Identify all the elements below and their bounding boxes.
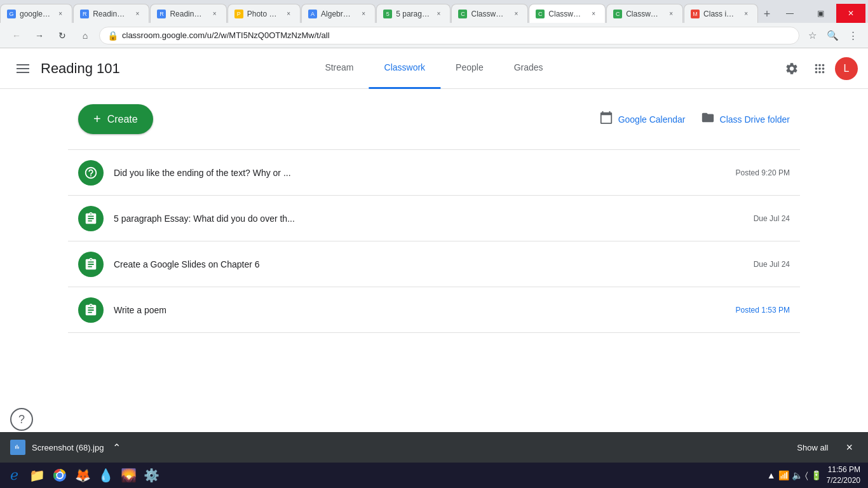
- tab-bar: G google cl... × R Reading 1... × R Read…: [0, 0, 868, 23]
- tab-label-google: google cl...: [20, 10, 51, 18]
- tab-favicon-algebra: A: [308, 10, 317, 18]
- tab-list: G google cl... × R Reading 1... × R Read…: [0, 4, 775, 23]
- tab-close-algebra[interactable]: ×: [358, 9, 369, 19]
- tab-close-classwork2[interactable]: ×: [588, 9, 599, 19]
- taskbar-chrome-icon[interactable]: [48, 464, 71, 487]
- header-right: L: [779, 56, 858, 81]
- time-block: 11:56 PM 7/22/2020: [827, 464, 860, 486]
- taskbar-firefox-icon[interactable]: 🦊: [71, 464, 94, 487]
- tab-para[interactable]: 5 5 paragra... ×: [376, 4, 451, 23]
- header-nav: Stream Classwork People Grades: [309, 48, 558, 89]
- nav-people[interactable]: People: [440, 48, 499, 89]
- tab-close-google[interactable]: ×: [55, 9, 65, 19]
- apps-button[interactable]: [807, 56, 832, 81]
- taskbar-settings-icon[interactable]: ⚙️: [140, 464, 163, 487]
- tab-close-gmail[interactable]: ×: [741, 9, 751, 19]
- close-button[interactable]: ✕: [836, 4, 865, 23]
- tab-close-classwork1[interactable]: ×: [511, 9, 521, 19]
- download-chevron-icon[interactable]: ⌃: [110, 439, 123, 456]
- question-icon-1: [78, 160, 104, 186]
- url-text: classroom.google.com/u/2/w/MTI5NzQ0OTMzN…: [122, 30, 330, 40]
- tab-label-classwork2: Classwork...: [548, 10, 585, 18]
- nav-grades[interactable]: Grades: [499, 48, 559, 89]
- tab-classwork2[interactable]: C Classwork... ×: [529, 4, 606, 23]
- create-button[interactable]: + Create: [78, 104, 153, 134]
- tab-label-gmail: Class invi...: [703, 10, 737, 18]
- tab-favicon-google: G: [7, 10, 16, 18]
- taskbar-water-icon[interactable]: 💧: [94, 464, 117, 487]
- minimize-button[interactable]: —: [775, 4, 804, 23]
- show-all-button[interactable]: Show all: [789, 438, 836, 458]
- taskbar: ℯ 📁 🦊 💧 🌄 ⚙️ ▲ 📶 🔈 〈 🔋 11:56 PM 7/22/202…: [0, 463, 868, 488]
- svg-rect-2: [17, 72, 29, 73]
- tray-battery-icon[interactable]: 🔋: [811, 470, 822, 480]
- address-bar: ← → ↻ ⌂ 🔒 classroom.google.com/u/2/w/MTI…: [0, 23, 868, 48]
- tab-label-classwork3: Classwork...: [626, 10, 662, 18]
- tab-close-reading2[interactable]: ×: [210, 9, 220, 19]
- taskbar-ie-icon[interactable]: ℯ: [3, 464, 25, 487]
- tab-label-photo: Photo Ed...: [247, 10, 280, 18]
- tray-up-arrow[interactable]: ▲: [767, 470, 776, 480]
- classwork-item-3[interactable]: Create a Google Slides on Chapter 6 Due …: [68, 241, 800, 287]
- tray-network-icon[interactable]: 📶: [778, 470, 789, 480]
- tab-algebra[interactable]: A Algebra p... ×: [301, 4, 376, 23]
- nav-grades-label: Grades: [514, 62, 543, 72]
- download-filename: Screenshot (68).jpg: [32, 443, 104, 452]
- avatar[interactable]: L: [835, 57, 858, 80]
- google-calendar-link[interactable]: Google Calendar: [599, 111, 686, 128]
- classwork-item-4[interactable]: Write a poem Posted 1:53 PM: [68, 287, 800, 333]
- taskbar-photo-icon[interactable]: 🌄: [117, 464, 140, 487]
- assignment-icon-3: [78, 252, 104, 277]
- system-tray: ▲ 📶 🔈 〈 🔋 11:56 PM 7/22/2020: [767, 464, 865, 486]
- search-icon[interactable]: 🔍: [825, 28, 840, 43]
- menu-icon[interactable]: ⋮: [845, 28, 860, 43]
- classwork-item-1[interactable]: Did you like the ending of the text? Why…: [68, 150, 800, 196]
- date-display: 7/22/2020: [827, 475, 860, 486]
- tab-close-photo[interactable]: ×: [283, 9, 294, 19]
- calendar-icon: [599, 111, 613, 128]
- help-label: ?: [18, 413, 25, 426]
- help-button[interactable]: ?: [10, 408, 33, 431]
- tab-favicon-photo: P: [234, 10, 243, 18]
- tray-wifi-icon[interactable]: 〈: [805, 470, 808, 481]
- tab-photo[interactable]: P Photo Ed... ×: [227, 4, 301, 23]
- back-button[interactable]: ←: [8, 27, 25, 44]
- url-bar[interactable]: 🔒 classroom.google.com/u/2/w/MTI5NzQ0OTM…: [99, 27, 799, 44]
- folder-icon: [701, 111, 715, 128]
- tab-close-para[interactable]: ×: [433, 9, 444, 19]
- class-drive-folder-link[interactable]: Class Drive folder: [701, 111, 790, 128]
- classwork-meta-3: Due Jul 24: [754, 260, 790, 269]
- hamburger-menu[interactable]: [10, 56, 36, 81]
- bookmark-star-icon[interactable]: ☆: [804, 28, 820, 43]
- restore-button[interactable]: ▣: [806, 4, 835, 23]
- tab-reading2[interactable]: R Reading 1... ×: [150, 4, 226, 23]
- tab-favicon-classwork1: C: [458, 10, 467, 18]
- home-button[interactable]: ⌂: [76, 27, 94, 44]
- tab-gmail[interactable]: M Class invi... ×: [684, 4, 758, 23]
- window-controls: — ▣ ✕: [775, 4, 868, 23]
- refresh-button[interactable]: ↻: [53, 27, 71, 44]
- classwork-title-3: Create a Google Slides on Chapter 6: [114, 259, 754, 269]
- assignment-icon-4: [78, 297, 104, 323]
- plus-icon: +: [93, 112, 101, 126]
- tab-favicon-classwork3: C: [613, 10, 622, 18]
- classwork-list: Did you like the ending of the text? Why…: [68, 149, 800, 333]
- settings-button[interactable]: [779, 56, 804, 81]
- tab-reading1[interactable]: R Reading 1... ×: [73, 4, 149, 23]
- nav-stream[interactable]: Stream: [309, 48, 369, 89]
- tab-classwork3[interactable]: C Classwork... ×: [606, 4, 683, 23]
- svg-rect-0: [17, 64, 29, 65]
- tab-classwork1[interactable]: C Classwork... ×: [451, 4, 528, 23]
- taskbar-folder-icon[interactable]: 📁: [25, 464, 48, 487]
- tab-close-reading1[interactable]: ×: [132, 9, 142, 19]
- forward-button[interactable]: →: [31, 27, 48, 44]
- tab-close-classwork3[interactable]: ×: [666, 9, 676, 19]
- new-tab-button[interactable]: +: [759, 5, 775, 23]
- tab-google[interactable]: G google cl... ×: [0, 4, 72, 23]
- nav-classwork[interactable]: Classwork: [369, 48, 441, 89]
- page-title: Reading 101: [41, 60, 120, 77]
- tray-volume-icon[interactable]: 🔈: [792, 470, 803, 480]
- classwork-item-2[interactable]: 5 paragraph Essay: What did you do over …: [68, 196, 800, 241]
- main-content: + Create Google Calendar Class Drive fol: [53, 89, 815, 348]
- download-close-button[interactable]: ×: [841, 438, 858, 457]
